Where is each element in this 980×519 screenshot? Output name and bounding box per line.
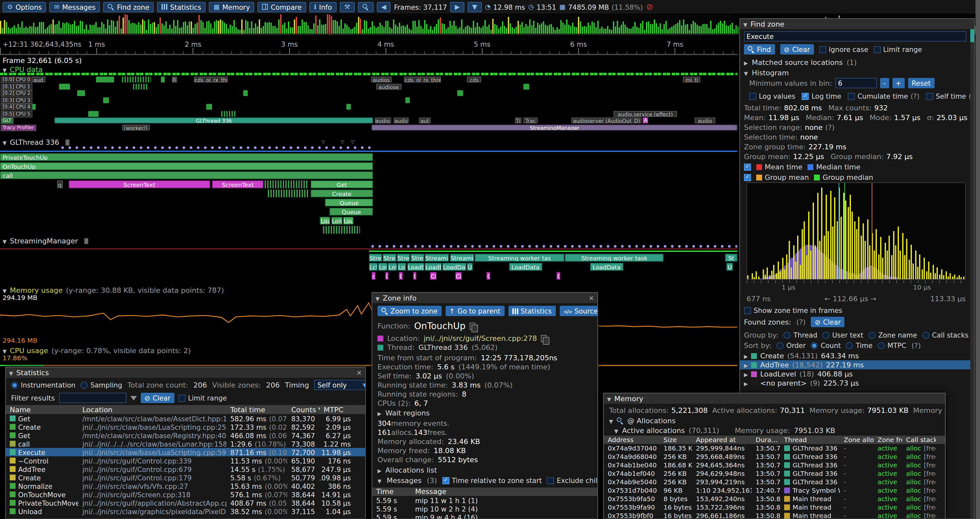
cpu-track-row[interactable]: (worker/)StreamingManagerTracy Profiler [0, 124, 737, 131]
ignore-case-checkbox[interactable]: Ignore case [819, 45, 869, 53]
zone-loiup[interactable]: LoiUp [331, 217, 342, 225]
collapse-icon[interactable] [614, 426, 618, 434]
streaming-header[interactable]: StreamingManager [3, 237, 88, 245]
compare-button[interactable]: Compare [258, 2, 306, 12]
zone-c[interactable]: C [399, 272, 402, 280]
zone-audios[interactable]: audios [371, 77, 392, 83]
close-icon[interactable] [356, 369, 362, 376]
zone-c[interactable]: c [372, 272, 375, 280]
table-row[interactable]: Createjni/../jni/src/guif/Control.cpp:17… [6, 473, 365, 482]
log-values-checkbox[interactable]: Log values [749, 92, 795, 100]
zone-row[interactable]: cCCCCiCiCC [0, 272, 737, 280]
collapse-icon[interactable] [3, 347, 6, 355]
zone-streaming[interactable]: Streaming [450, 254, 474, 262]
column-header-address[interactable]: Address [604, 436, 660, 444]
reset-button[interactable]: Reset [908, 78, 935, 88]
column-header-size[interactable]: Size [660, 436, 692, 444]
tools-button[interactable] [340, 2, 355, 12]
table-row[interactable]: Unloadjni/../jni/src/claw/graphics/pixel… [6, 507, 365, 516]
zone-bar[interactable] [323, 226, 360, 234]
zone-loaddata[interactable]: LoadData [590, 263, 623, 271]
zone-lou[interactable]: LoU [388, 263, 397, 271]
legend-checkbox[interactable] [744, 174, 751, 181]
zone-bar[interactable] [122, 77, 151, 83]
zone-c[interactable]: C [413, 272, 417, 280]
zone-row[interactable]: OnTouchUp [0, 162, 737, 171]
zone-trac[interactable]: Trac [524, 118, 538, 123]
collapse-icon[interactable] [607, 394, 611, 403]
zone-row[interactable]: gScreenTextScreenTextGet [0, 180, 737, 189]
alloc-link[interactable]: alloc [906, 470, 921, 477]
message-dots[interactable] [369, 245, 737, 248]
column-header-time[interactable]: Time [372, 487, 411, 496]
zone-streaming-worker-task[interactable]: Streaming worker task [565, 254, 664, 262]
memory-table-header[interactable]: AddressSizeAppeared atDura…ThreadZone al… [604, 436, 945, 444]
zone-bar[interactable] [347, 104, 351, 110]
zone-queue[interactable]: Queue [325, 199, 373, 206]
zone-loup[interactable]: LouP [343, 217, 353, 225]
find-zone-histogram[interactable] [746, 182, 966, 280]
limit-range-checkbox[interactable]: Limit range [873, 45, 922, 53]
zone-bar[interactable] [207, 104, 212, 110]
glthread-header[interactable]: GLThread 336 [3, 138, 70, 146]
zone-bar[interactable] [59, 83, 70, 89]
message-row[interactable]: 5.59 smip 10 w 2 h 2 (4) [372, 505, 597, 513]
statistics-button[interactable]: Statistics [508, 306, 555, 316]
cpu-tracks[interactable]: audRcds_ol_rx_thraudioscds_ol_rx_threacd… [0, 77, 737, 133]
zone-bar[interactable] [267, 190, 309, 197]
streaming-track[interactable]: StreamingManager StreaStreaStreaStreaStr… [0, 237, 737, 286]
clear-filter-button[interactable]: Clear [140, 393, 175, 403]
active-allocations-toggle[interactable]: Active allocations (70,311) Memory usage… [614, 426, 835, 435]
zone-row[interactable] [0, 226, 737, 234]
table-row[interactable]: Executejni/../jni/src/claw/base/LuaScrip… [6, 448, 365, 456]
zone-create[interactable]: Create [310, 190, 373, 197]
zone-streaming[interactable]: Streaming [425, 254, 449, 262]
table-row[interactable]: Get/mnt/e/claw/src/claw/base/AssetDict.h… [6, 414, 365, 423]
alloc-link[interactable]: alloc [906, 512, 921, 519]
message-row[interactable]: 5.59 smip 9 w 4 h 4 (16) [372, 513, 597, 519]
close-icon[interactable] [589, 294, 594, 302]
zone-bar[interactable] [78, 90, 85, 96]
expand-icon[interactable] [744, 58, 748, 67]
zone-row[interactable]: LcULoULoULoULoadDaULoadDaULoadDataULoadD… [0, 263, 737, 271]
column-header-location[interactable]: Location [78, 405, 226, 414]
thread-name[interactable]: GLThread 336 [418, 343, 468, 351]
collapse-icon[interactable] [3, 138, 6, 146]
zone-g[interactable]: g [57, 180, 63, 188]
legend-checkbox[interactable] [744, 163, 751, 171]
message-row[interactable]: 5.59 smip 11 w 1 h 1 (1) [372, 496, 597, 505]
cpu-track-row[interactable]: GLThread 336audio.seaudio.autTiTracaudio… [0, 118, 737, 124]
alloc-link[interactable]: alloc [906, 445, 921, 452]
alloc-link[interactable]: alloc [906, 487, 921, 494]
collapse-icon[interactable] [743, 20, 747, 28]
exclude-children-checkbox[interactable]: Exclude children [547, 476, 598, 484]
zone-bar[interactable] [457, 90, 463, 96]
sort-by-time-radio[interactable]: Time [846, 342, 872, 349]
zone-lou[interactable]: LoU [379, 263, 387, 271]
wait-regions-toggle[interactable]: Wait regions [377, 408, 430, 417]
group-by-call-stacks-radio[interactable]: Call stacks [922, 331, 969, 339]
column-header-name[interactable]: Name [6, 405, 78, 414]
source-button[interactable]: Source [559, 306, 598, 316]
table-row[interactable]: Normalizejni/../jni/src/claw/vfs/Vfs.cpp… [6, 482, 365, 490]
copy-icon[interactable] [541, 335, 547, 342]
cpu-track-row[interactable]: audiose[0:1] CPU 1 [0, 83, 737, 90]
statistics-table-header[interactable]: NameLocationTotal timeCounts ▼MTPC [6, 405, 365, 414]
collapse-icon[interactable] [9, 368, 13, 377]
zone-row[interactable]: LoaULoiUpLouP [0, 217, 737, 225]
histogram-toggle[interactable]: Histogram [744, 68, 789, 77]
zone-loaddata[interactable]: LoadData [442, 263, 466, 271]
statistics-titlebar[interactable]: Statistics [6, 367, 365, 378]
zone-row[interactable]: PrivateTouchUp [0, 153, 737, 161]
zone-bar[interactable] [89, 111, 99, 117]
help-icon[interactable]: (?) [912, 341, 921, 350]
expand-icon[interactable] [377, 466, 381, 474]
zone-queue[interactable]: Queue [329, 208, 373, 216]
cpu-track-row[interactable]: [0:2] CPU 2 [0, 90, 737, 97]
collapse-icon[interactable] [377, 476, 381, 485]
zone-cds[interactable]: cds [467, 77, 481, 83]
zone-get[interactable]: Get [310, 180, 373, 188]
found-zone-group[interactable]: Create(54,131)643.34 ms [740, 351, 974, 360]
zone-loau[interactable]: LoaU [320, 217, 331, 225]
column-header-total-time[interactable]: Total time [226, 405, 287, 414]
